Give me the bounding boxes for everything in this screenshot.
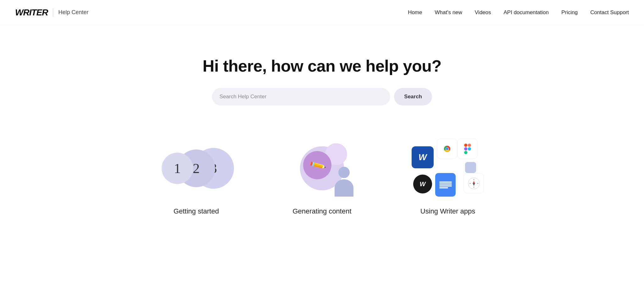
gc-person-head (338, 167, 350, 178)
navigation: WRITER Help Center Home What's new Video… (0, 0, 644, 25)
svg-rect-3 (464, 151, 467, 154)
writer-w-icon: W (420, 181, 426, 188)
docs-line-1 (439, 182, 452, 183)
cards-section: 1 2 3 Getting started ✏️ Generating cont… (0, 124, 644, 234)
card-using-writer-apps[interactable]: W (397, 137, 498, 215)
gc-wand-circle: ✏️ (303, 151, 331, 179)
docs-line-4 (439, 187, 448, 188)
svg-point-8 (446, 148, 448, 150)
nav-whats-new[interactable]: What's new (435, 9, 462, 16)
wand-icon: ✏️ (308, 156, 327, 175)
card-getting-started-illustration: 1 2 3 (155, 137, 237, 200)
nav-pricing[interactable]: Pricing (561, 9, 578, 16)
tile-writer: W (413, 175, 432, 193)
gc-person-body (335, 179, 353, 197)
safari-svg (468, 177, 480, 190)
nav-divider (53, 8, 53, 17)
outlook-icon: W (419, 152, 427, 162)
card-getting-started[interactable]: 1 2 3 Getting started (146, 137, 247, 215)
getting-started-circles: 1 2 3 (158, 140, 234, 197)
card-generating-content[interactable]: ✏️ Generating content (272, 137, 372, 215)
card-generating-content-title: Generating content (292, 207, 351, 215)
nav-videos[interactable]: Videos (475, 9, 491, 16)
docs-line-2 (439, 183, 452, 185)
gc-person (335, 167, 353, 197)
logo: WRITER (15, 8, 48, 18)
help-center-label: Help Center (58, 9, 88, 16)
svg-rect-0 (464, 144, 467, 147)
chrome-svg (441, 143, 453, 155)
nav-links: Home What's new Videos API documentation… (408, 9, 629, 16)
tile-outlook: W (412, 146, 434, 168)
search-input[interactable] (212, 88, 390, 106)
tile-docs-lines (439, 181, 452, 189)
card-generating-content-illustration: ✏️ (281, 137, 363, 200)
circle-1: 1 (162, 153, 193, 184)
tile-small-lavender (465, 162, 476, 173)
generating-content-visual: ✏️ (284, 140, 360, 197)
svg-rect-1 (468, 144, 471, 147)
svg-point-4 (468, 147, 471, 150)
search-button[interactable]: Search (394, 88, 432, 106)
svg-rect-2 (464, 147, 467, 150)
hero-title: Hi there, how can we help you? (203, 57, 441, 75)
docs-line-3 (439, 185, 452, 187)
card-using-writer-apps-illustration: W (407, 137, 489, 200)
search-bar: Search (212, 88, 432, 106)
using-writer-apps-visual: W (410, 137, 486, 200)
card-getting-started-title: Getting started (174, 207, 219, 215)
figma-svg (462, 143, 473, 155)
tile-docs (435, 173, 456, 197)
tile-figma (457, 138, 478, 159)
hero-section: Hi there, how can we help you? Search (0, 25, 644, 124)
tile-safari (464, 173, 484, 193)
nav-api-documentation[interactable]: API documentation (504, 9, 549, 16)
nav-home[interactable]: Home (408, 9, 422, 16)
card-using-writer-apps-title: Using Writer apps (420, 207, 475, 215)
nav-left: WRITER Help Center (15, 8, 88, 18)
nav-contact-support[interactable]: Contact Support (590, 9, 629, 16)
tile-chrome (437, 138, 457, 159)
